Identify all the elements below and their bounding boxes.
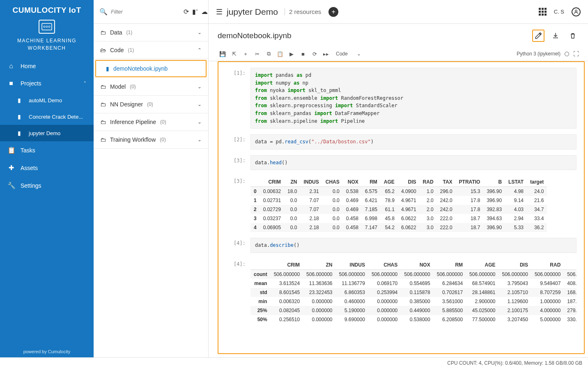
nav-assets-label: Assets <box>21 165 38 171</box>
chevron-down-icon: ⌄ <box>198 30 202 35</box>
folder-icon: 🗀 <box>100 119 106 125</box>
nav-assets[interactable]: ✚Assets <box>0 159 94 177</box>
filter-row: 🔍 ⟳ ▮+ ☁ <box>94 0 208 24</box>
nav-home-label: Home <box>21 63 36 69</box>
folder-code[interactable]: 🗁Code(1)⌃ <box>94 41 208 59</box>
cell-4-output: [4]: CRIMZNINDUSCHASNOXRMAGEDISRADTAXPTc… <box>226 259 577 324</box>
upload-button[interactable]: ☁ <box>201 8 208 16</box>
nav-project-automl[interactable]: ▮autoML Demo <box>0 92 94 108</box>
file-icon: ▮ <box>16 113 23 120</box>
add-cell-button[interactable]: + <box>241 49 250 58</box>
edit-button[interactable] <box>532 30 544 42</box>
download-button[interactable] <box>549 30 562 42</box>
cell-prompt: [4]: <box>226 238 250 253</box>
restart-button[interactable]: ⟳ <box>310 49 319 58</box>
nav-project-label: autoML Demo <box>29 97 62 104</box>
kernel-label[interactable]: Python 3 (ipykernel) <box>517 51 560 57</box>
folder-label: Data <box>110 29 122 36</box>
breadcrumb-subtitle: 2 resources <box>285 8 321 15</box>
code-input[interactable]: data.head() <box>250 155 577 170</box>
chevron-down-icon: ⌄ <box>198 137 202 143</box>
file-label: demoNotebook.ipynb <box>113 65 168 72</box>
brand-subtitle: MACHINE LEARNING WORKBENCH <box>0 37 94 58</box>
code-input[interactable]: data = pd.read_csv("../Data/boston.csv") <box>250 134 577 150</box>
chevron-down-icon: ⌄ <box>357 51 361 57</box>
nav-settings[interactable]: 🔧Settings <box>0 177 94 194</box>
file-demonotebook[interactable]: ▮demoNotebook.ipynb <box>95 60 207 77</box>
add-resource-button[interactable]: + <box>328 7 338 17</box>
folder-icon: 🗀 <box>100 29 106 36</box>
nav-projects[interactable]: ■Projects˄ <box>0 75 94 92</box>
resource-panel: 🔍 ⟳ ▮+ ☁ 🗀Data(1)⌄ 🗁Code(1)⌃ ▮demoNotebo… <box>94 0 209 357</box>
fullscreen-button[interactable]: ⛶ <box>573 51 579 57</box>
cut-button[interactable]: ✂ <box>252 49 262 58</box>
notebook-header: demoNotebook.ipynb <box>209 24 588 48</box>
sidebar-toggle-button[interactable]: ☰ <box>216 7 223 16</box>
nav-home[interactable]: ⌂Home <box>0 58 94 75</box>
apps-icon[interactable] <box>539 8 547 16</box>
svg-point-1 <box>44 26 45 28</box>
plus-square-icon: ✚ <box>7 164 15 172</box>
copy-button[interactable]: ⧉ <box>264 49 273 58</box>
folder-icon: 🗀 <box>100 83 106 90</box>
new-file-button[interactable]: ▮+ <box>192 8 198 16</box>
svg-point-3 <box>48 26 50 28</box>
nav-project-label: jupyter Demo <box>29 130 60 136</box>
svg-point-4 <box>575 10 577 12</box>
status-text: CPU COUNT: 4, CPU(%): 0.6/400, Memory: 1… <box>447 360 582 366</box>
home-icon: ⌂ <box>7 62 15 70</box>
brand-footer: powered by Cumulocity <box>0 346 94 357</box>
file-icon: ▮ <box>106 65 109 72</box>
svg-point-2 <box>46 26 48 28</box>
cell-prompt: [2]: <box>226 134 250 150</box>
folder-count: (0) <box>130 84 136 90</box>
folder-count: (0) <box>160 119 166 125</box>
file-icon: ▮ <box>16 97 23 104</box>
user-avatar-button[interactable] <box>572 7 581 16</box>
breadcrumb-title: jupyter Demo <box>227 7 278 17</box>
nav-project-jupyter[interactable]: ▮jupyter Demo <box>0 125 94 141</box>
cell-4[interactable]: [4]: data.describe() <box>226 238 577 253</box>
nav-tasks[interactable]: 📋Tasks <box>0 141 94 159</box>
folder-icon: ■ <box>7 80 15 87</box>
brand-name: CUMULOCITY IoT <box>0 0 94 17</box>
cell-3[interactable]: [3]: data.head() <box>226 155 577 170</box>
nav-tasks-label: Tasks <box>21 147 35 154</box>
refresh-button[interactable]: ⟳ <box>184 8 189 16</box>
code-input[interactable]: import pandas as pd import numpy as np f… <box>250 68 577 129</box>
folder-label: NN Designer <box>110 101 143 108</box>
run-button[interactable]: ▶ <box>287 49 296 58</box>
folder-training[interactable]: 🗀Training Workflow(0)⌄ <box>94 131 208 149</box>
delete-button[interactable] <box>567 30 579 42</box>
cell-type-select[interactable]: Code⌄ <box>336 51 361 57</box>
run-all-button[interactable]: ▸▸ <box>321 49 331 58</box>
save-button[interactable]: 💾 <box>218 49 227 58</box>
paste-button[interactable]: 📋 <box>275 49 285 58</box>
folder-count: (0) <box>160 137 166 143</box>
folder-nn[interactable]: 🗀NN Designer(0)⌄ <box>94 96 208 113</box>
brand-icon <box>39 20 55 34</box>
cell-2[interactable]: [2]: data = pd.read_csv("../Data/boston.… <box>226 134 577 150</box>
code-input[interactable]: data.describe() <box>250 238 577 253</box>
folder-data[interactable]: 🗀Data(1)⌄ <box>94 24 208 41</box>
describe-table: CRIMZNINDUSCHASNOXRMAGEDISRADTAXPTcount5… <box>250 260 577 324</box>
main-header: ☰ jupyter Demo 2 resources + C. S <box>209 0 588 24</box>
filter-input[interactable] <box>111 9 180 15</box>
export-button[interactable]: ⇱ <box>229 49 239 58</box>
nav-project-label: Concrete Crack Dete... <box>29 114 83 120</box>
folder-label: Code <box>110 47 124 53</box>
folder-icon: 🗀 <box>100 136 106 143</box>
cell-prompt: [3]: <box>226 155 250 170</box>
search-icon: 🔍 <box>99 8 108 16</box>
nav-project-concrete[interactable]: ▮Concrete Crack Dete... <box>0 108 94 125</box>
folder-inference[interactable]: 🗀Inference Pipeline(0)⌄ <box>94 113 208 131</box>
notebook-body[interactable]: [1]: import pandas as pd import numpy as… <box>218 61 585 354</box>
cell-3-output: [3]: CRIMZNINDUSCHASNOXRMAGEDISRADTAXPTR… <box>226 176 577 232</box>
clipboard-icon: 📋 <box>7 146 15 154</box>
folder-count: (1) <box>128 47 134 53</box>
folder-model[interactable]: 🗀Model(0)⌄ <box>94 78 208 96</box>
cell-1[interactable]: [1]: import pandas as pd import numpy as… <box>226 68 577 129</box>
main-panel: ☰ jupyter Demo 2 resources + C. S demoNo… <box>209 0 588 357</box>
stop-button[interactable]: ■ <box>298 49 308 58</box>
nav: ⌂Home ■Projects˄ ▮autoML Demo ▮Concrete … <box>0 58 94 346</box>
